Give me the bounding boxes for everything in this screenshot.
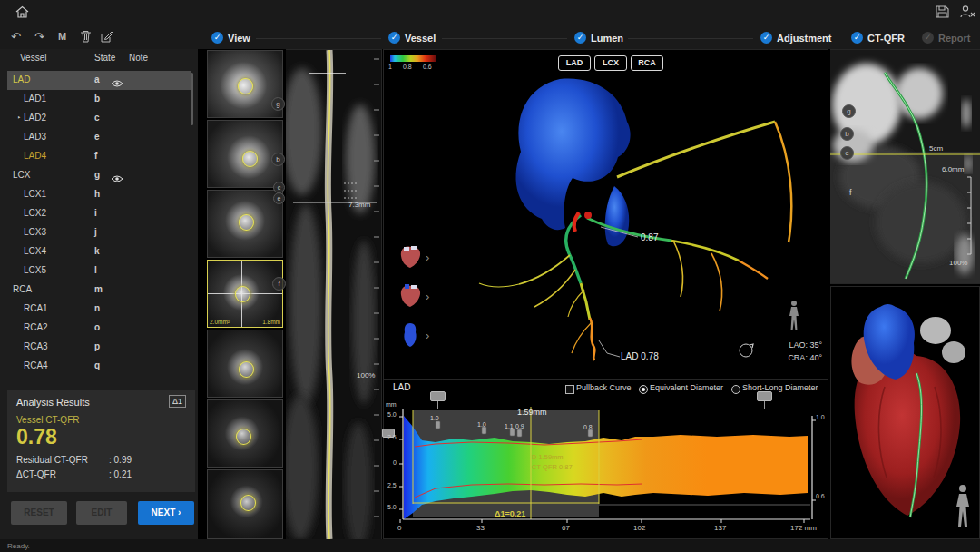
vessel-row-LAD3[interactable]: LAD3e xyxy=(7,128,191,147)
y-tick-right: 1.0 xyxy=(816,414,825,420)
vessel-row-RCA4[interactable]: RCA4q xyxy=(7,357,191,376)
vessel-button-lcx[interactable]: LCX xyxy=(594,55,627,71)
tab-adjustment[interactable]: ✓Adjustment xyxy=(760,32,832,44)
vessel-row-LCX1[interactable]: LCX1h xyxy=(7,185,191,204)
cross-section-thumb[interactable] xyxy=(207,469,283,539)
delete-icon[interactable] xyxy=(80,30,92,43)
reset-button[interactable]: RESET xyxy=(11,501,67,525)
check-icon: ✓ xyxy=(388,32,400,44)
lumen-contour xyxy=(238,78,253,94)
tab-report[interactable]: ✓Report xyxy=(922,32,970,44)
equivalent-diameter-radio[interactable] xyxy=(639,385,648,394)
tab-ctqfr[interactable]: ✓CT-QFR xyxy=(851,32,905,44)
cross-section-thumb[interactable] xyxy=(207,399,283,468)
vessel-row-LAD4[interactable]: LAD4f xyxy=(7,147,191,166)
cross-section-thumb[interactable] xyxy=(207,330,283,398)
y-tick-right: 0.6 xyxy=(816,493,825,499)
aorta-preset-icon[interactable] xyxy=(398,321,422,349)
vessel-row-LCX3[interactable]: LCX3j xyxy=(7,223,191,242)
vessel-row-LAD2[interactable]: ‣LAD2c xyxy=(7,109,191,128)
tab-lumen[interactable]: ✓Lumen xyxy=(574,32,623,44)
col-state: State xyxy=(94,53,115,63)
marker-tool-icon[interactable]: M xyxy=(58,31,66,42)
edit-note-icon[interactable] xyxy=(101,30,113,43)
distal-position-tag[interactable] xyxy=(757,391,772,401)
diameter-marker: 0.9 xyxy=(515,423,524,429)
diameter-marker: 1.0 xyxy=(430,415,439,421)
check-icon: ✓ xyxy=(922,32,934,44)
short-long-diameter-radio[interactable] xyxy=(731,385,740,394)
vessel-row-RCA3[interactable]: RCA3p xyxy=(7,338,191,357)
cross-section-thumb[interactable] xyxy=(207,190,283,258)
vessel-row-LCX[interactable]: LCXg xyxy=(7,166,191,185)
mpr-marker-f: f xyxy=(849,188,852,197)
vessel-row-RCA2[interactable]: RCA2o xyxy=(7,319,191,338)
qfr-colorbar xyxy=(390,55,436,62)
diameter-marker: 0.8 xyxy=(583,424,593,430)
cpr-image xyxy=(286,50,381,539)
lumen-contour xyxy=(242,151,258,167)
vessel-row-LAD1[interactable]: LAD1b xyxy=(7,90,191,109)
status-text: Ready. xyxy=(7,542,30,550)
edit-button[interactable]: EDIT xyxy=(76,501,127,525)
vessel-button-lad[interactable]: LAD xyxy=(558,55,591,71)
cross-section-thumb-selected[interactable]: 2.0mm² 1.8mm xyxy=(207,260,283,328)
mpr-marker-b: b xyxy=(840,127,854,141)
app-window: ↶ ↷ M ✓View ✓Vessel ✓Lumen ✓Adjustment ✓… xyxy=(0,0,980,552)
lumen-contour xyxy=(240,495,256,511)
chevron-right-icon[interactable]: › xyxy=(426,329,429,342)
pullback-chart-plot xyxy=(383,380,828,539)
vessel-row-RCA1[interactable]: RCA1n xyxy=(7,300,191,319)
y-tick: 2.5 xyxy=(387,482,397,488)
segment-marker-f: f xyxy=(272,277,286,291)
redo-icon[interactable]: ↷ xyxy=(34,30,44,44)
tab-vessel[interactable]: ✓Vessel xyxy=(388,32,436,44)
branch-qfr-label: 0.87 xyxy=(641,232,658,242)
distal-tag-stem xyxy=(764,401,765,409)
colorbar-tick: 1 xyxy=(388,64,392,70)
undo-icon[interactable]: ↶ xyxy=(11,30,21,44)
vessel-ctqfr-value: 0.78 xyxy=(16,425,57,449)
vessel-row-LAD[interactable]: LADa xyxy=(7,71,191,90)
residual-ctqfr-label: Residual CT-QFR xyxy=(16,455,88,465)
area-label: 2.0mm² xyxy=(210,319,230,325)
diameter-marker: 1.1 xyxy=(505,423,514,429)
lesion-detail-line2: CT-QFR 0.87 xyxy=(532,463,573,471)
cra-angle: CRA: 40° xyxy=(777,353,822,362)
vessel-row-LCX2[interactable]: LCX2i xyxy=(7,204,191,223)
proximal-tag-stem xyxy=(437,401,438,409)
y-tick: 5.0 xyxy=(387,411,397,418)
chart-vessel-label: LAD xyxy=(393,382,410,392)
chevron-right-icon[interactable]: › xyxy=(426,290,429,303)
cpr-zoom-level: 100% xyxy=(357,371,375,380)
heart-preset-icon[interactable] xyxy=(397,282,424,308)
lesion-detail-line1: D 1.59mm xyxy=(532,453,564,461)
vessel-row-LCX5[interactable]: LCX5l xyxy=(7,261,191,281)
diameter-label: 1.8mm xyxy=(262,319,280,325)
diameter-marker: 1.0 xyxy=(477,421,486,428)
user-logout-icon[interactable] xyxy=(959,5,975,19)
vessel-row-LCX4[interactable]: LCX4k xyxy=(7,242,191,261)
chevron-right-icon[interactable]: › xyxy=(426,251,429,264)
short-long-diameter-label: Short-Long Diameter xyxy=(742,383,818,392)
pullback-curve-checkbox[interactable] xyxy=(565,385,574,394)
next-button[interactable]: NEXT › xyxy=(138,501,194,525)
title-bar xyxy=(0,0,980,24)
vessel-row-RCA[interactable]: RCAm xyxy=(7,281,191,300)
cross-section-thumb[interactable] xyxy=(207,120,283,188)
segment-marker-g: g xyxy=(271,97,285,111)
heart-preset-icon[interactable] xyxy=(397,243,424,269)
x-tick: 33 xyxy=(476,524,485,532)
proximal-position-tag[interactable] xyxy=(430,391,446,401)
y-tick: 5.0 xyxy=(387,504,397,510)
home-icon[interactable] xyxy=(15,5,30,19)
x-tick: 102 xyxy=(633,524,645,532)
y-tick: 0 xyxy=(393,459,397,466)
save-icon[interactable] xyxy=(936,5,949,18)
distal-qfr-label: LAD 0.78 xyxy=(621,351,659,361)
vessel-button-rca[interactable]: RCA xyxy=(631,55,663,71)
check-icon: ✓ xyxy=(574,32,586,44)
mpr-zoom-level: 100% xyxy=(949,259,967,267)
pullback-curve-label: Pullback Curve xyxy=(576,383,632,392)
tab-view[interactable]: ✓View xyxy=(211,32,250,44)
